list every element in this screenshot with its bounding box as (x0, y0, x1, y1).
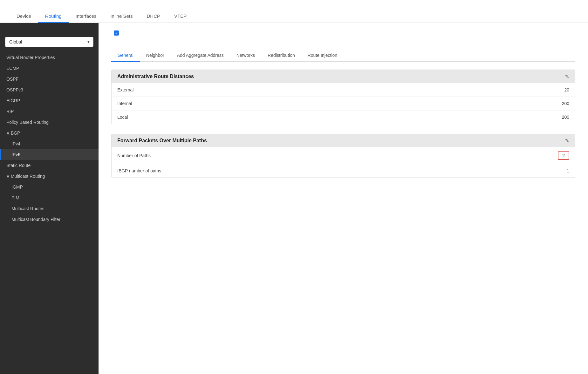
sub-tab-networks[interactable]: Networks (230, 50, 261, 62)
row-label-0-0: External (117, 87, 133, 92)
row-value-1-0: 2 (558, 151, 569, 160)
sub-tab-redistribution[interactable]: Redistribution (261, 50, 301, 62)
sidebar: Global Virtual Router PropertiesECMPOSPF… (0, 23, 99, 374)
edit-icon-0[interactable]: ✎ (565, 74, 569, 79)
enable-ipv6-row (111, 30, 575, 36)
row-value-0-1: 200 (562, 101, 569, 106)
body-layout: Global Virtual Router PropertiesECMPOSPF… (0, 23, 588, 374)
section-title-0: Administrative Route Distances (117, 74, 194, 79)
section-row-0-0: External20 (112, 83, 575, 97)
sub-tab-route-injection[interactable]: Route Injection (301, 50, 344, 62)
section-header-1: Forward Packets Over Multiple Paths✎ (112, 134, 575, 147)
main-tab-interfaces[interactable]: Interfaces (69, 10, 104, 23)
sidebar-item-igmp[interactable]: IGMP (0, 182, 99, 192)
enable-ipv6-checkbox[interactable] (114, 30, 119, 36)
sub-tab-general[interactable]: General (111, 50, 140, 62)
sidebar-item-static-route[interactable]: Static Route (0, 160, 99, 171)
section-header-0: Administrative Route Distances✎ (112, 70, 575, 83)
sidebar-item-eigrp[interactable]: EIGRP (0, 95, 99, 106)
section-title-1: Forward Packets Over Multiple Paths (117, 138, 207, 144)
sub-tab-neighbor[interactable]: Neighbor (140, 50, 171, 62)
main-tab-inline-sets[interactable]: Inline Sets (103, 10, 140, 23)
sidebar-item-rip[interactable]: RIP (0, 106, 99, 117)
section-card-0: Administrative Route Distances✎External2… (111, 70, 575, 124)
main-content: GeneralNeighborAdd Aggregate AddressNetw… (99, 23, 588, 374)
section-body-1: Number of Paths2IBGP number of paths1 (112, 147, 575, 177)
row-value-0-0: 20 (564, 87, 569, 92)
sidebar-item-ecmp[interactable]: ECMP (0, 63, 99, 74)
sidebar-title (0, 29, 99, 37)
row-label-1-0: Number of Paths (117, 153, 151, 158)
main-tab-vtep[interactable]: VTEP (167, 10, 194, 23)
main-tabs: DeviceRoutingInterfacesInline SetsDHCPVT… (10, 10, 578, 23)
row-value-1-1: 1 (567, 168, 569, 173)
sidebar-item-ipv4[interactable]: IPv4 (0, 138, 99, 149)
page-wrapper: DeviceRoutingInterfacesInline SetsDHCPVT… (0, 0, 588, 374)
main-tab-device[interactable]: Device (10, 10, 38, 23)
main-tab-routing[interactable]: Routing (38, 10, 69, 23)
section-body-0: External20Internal200Local200 (112, 83, 575, 124)
sidebar-item-virtual-router-properties[interactable]: Virtual Router Properties (0, 52, 99, 63)
sidebar-item-multicast-routes[interactable]: Multicast Routes (0, 203, 99, 214)
sidebar-group---bgp[interactable]: ∨ BGP (0, 128, 99, 138)
sidebar-item-ipv6[interactable]: IPv6 (0, 149, 99, 160)
row-label-0-1: Internal (117, 101, 132, 106)
sidebar-item-pim[interactable]: PIM (0, 192, 99, 203)
sidebar-item-ospf[interactable]: OSPF (0, 74, 99, 84)
as-number-row (111, 38, 575, 43)
header: DeviceRoutingInterfacesInline SetsDHCPVT… (0, 0, 588, 23)
main-tab-dhcp[interactable]: DHCP (140, 10, 167, 23)
sidebar-group---multicast-routing[interactable]: ∨ Multicast Routing (0, 171, 99, 182)
row-value-0-2: 200 (562, 115, 569, 120)
section-row-1-0: Number of Paths2 (112, 147, 575, 164)
edit-icon-1[interactable]: ✎ (565, 138, 569, 144)
section-card-1: Forward Packets Over Multiple Paths✎Numb… (111, 134, 575, 178)
section-row-1-1: IBGP number of paths1 (112, 164, 575, 177)
sidebar-item-policy-based-routing[interactable]: Policy Based Routing (0, 117, 99, 128)
sub-tab-add-aggregate-address[interactable]: Add Aggregate Address (171, 50, 230, 62)
section-row-0-2: Local200 (112, 110, 575, 124)
sidebar-dropdown[interactable]: Global (5, 37, 93, 47)
sidebar-item-multicast-boundary-filter[interactable]: Multicast Boundary Filter (0, 214, 99, 225)
row-label-0-2: Local (117, 115, 128, 120)
sub-tabs: GeneralNeighborAdd Aggregate AddressNetw… (111, 50, 575, 62)
row-label-1-1: IBGP number of paths (117, 168, 161, 173)
section-row-0-1: Internal200 (112, 97, 575, 110)
sidebar-item-ospfv3[interactable]: OSPFv3 (0, 84, 99, 95)
router-select[interactable]: Global (5, 37, 93, 47)
